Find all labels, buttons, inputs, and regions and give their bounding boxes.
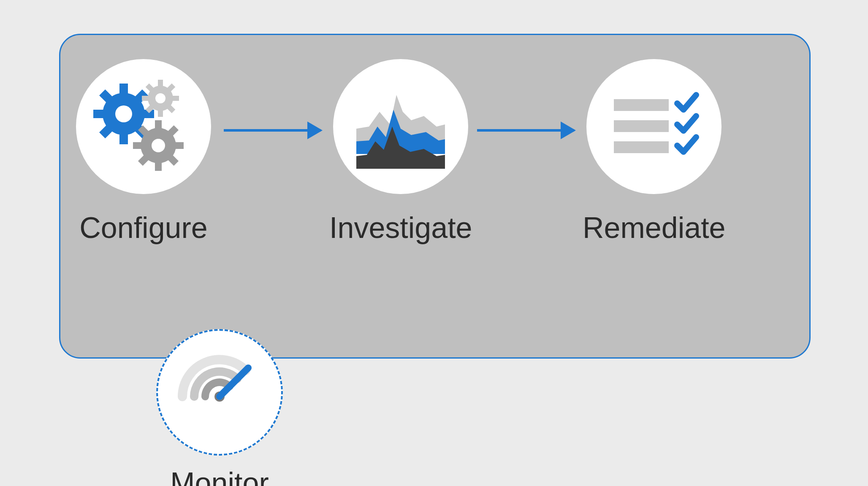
monitor-circle (156, 329, 283, 456)
svg-rect-27 (133, 142, 143, 149)
svg-rect-11 (158, 80, 163, 87)
step-remediate: Remediate (583, 59, 726, 245)
svg-rect-21 (155, 120, 162, 130)
arrow-investigate-to-remediate (477, 129, 574, 132)
remediate-label: Remediate (583, 211, 726, 245)
svg-point-29 (152, 139, 165, 152)
svg-rect-5 (119, 132, 128, 144)
step-investigate: Investigate (329, 59, 472, 245)
configure-circle (76, 59, 211, 194)
arrow-configure-to-investigate (224, 129, 321, 132)
radar-target-icon (171, 344, 268, 441)
svg-rect-31 (614, 120, 669, 132)
svg-rect-17 (142, 96, 149, 101)
step-configure: Configure (76, 59, 211, 245)
configure-label: Configure (79, 211, 208, 245)
svg-point-9 (115, 105, 132, 122)
svg-rect-32 (614, 141, 669, 153)
chart-pulse-icon (348, 74, 453, 179)
svg-rect-15 (158, 109, 163, 117)
svg-rect-30 (614, 99, 669, 111)
svg-rect-25 (155, 161, 162, 171)
monitor-label: Monitor (170, 466, 269, 486)
svg-rect-1 (119, 84, 128, 95)
svg-rect-23 (174, 142, 184, 149)
gears-icon (91, 74, 196, 179)
step-monitor: Monitor (156, 329, 283, 486)
checklist-icon (599, 74, 709, 179)
investigate-label: Investigate (329, 211, 472, 245)
svg-point-19 (155, 93, 165, 103)
investigate-circle (333, 59, 468, 194)
svg-rect-7 (93, 110, 105, 118)
remediate-circle (586, 59, 722, 194)
svg-rect-13 (171, 96, 179, 101)
